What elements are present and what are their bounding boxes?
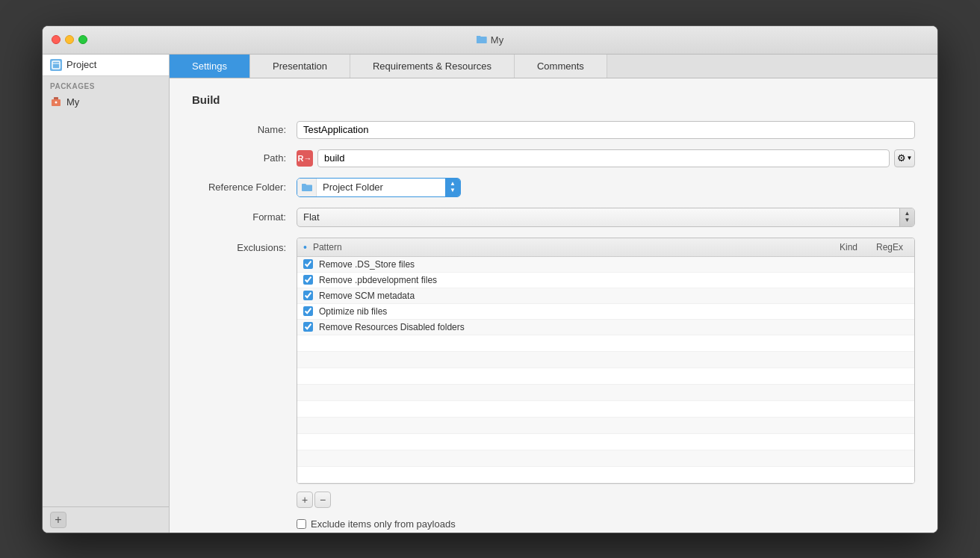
exclude-payloads-row: Exclude items only from payloads bbox=[297, 518, 915, 530]
folder-icon-box bbox=[297, 179, 317, 196]
package-name: My bbox=[66, 96, 79, 108]
main-window: My Project PACKAGES bbox=[42, 25, 938, 533]
format-arrow-up: ▲ bbox=[905, 211, 911, 217]
tab-comments[interactable]: Comments bbox=[515, 55, 607, 78]
arrow-up-icon: ▲ bbox=[450, 181, 456, 187]
maximize-button[interactable] bbox=[78, 35, 87, 44]
exclusions-table: • Pattern Kind RegEx Remove .DS_Store fi… bbox=[297, 238, 915, 484]
reference-folder-value: Project Folder bbox=[317, 182, 445, 193]
sidebar: Project PACKAGES My + bbox=[43, 55, 170, 533]
empty-row-1 bbox=[297, 335, 914, 352]
remove-exclusion-button[interactable]: − bbox=[314, 492, 331, 508]
empty-row-9 bbox=[297, 467, 914, 483]
path-row: Path: R→ ⚙ ▼ bbox=[192, 149, 915, 167]
exclusion-item-3: Optimize nib files bbox=[297, 304, 914, 320]
path-label: Path: bbox=[192, 152, 297, 164]
path-prefix-icon: R→ bbox=[297, 150, 313, 167]
format-label: Format: bbox=[192, 211, 297, 223]
tab-presentation[interactable]: Presentation bbox=[250, 55, 350, 78]
exclusion-text-4: Remove Resources Disabled folders bbox=[319, 322, 908, 332]
sidebar-bottom: + bbox=[43, 506, 169, 533]
exclusion-item-0: Remove .DS_Store files bbox=[297, 257, 914, 273]
package-icon bbox=[50, 96, 62, 108]
name-control bbox=[297, 121, 915, 139]
empty-row-4 bbox=[297, 385, 914, 401]
gear-icon: ⚙ bbox=[897, 152, 906, 164]
close-button[interactable] bbox=[52, 35, 61, 44]
exclusions-buttons: + − bbox=[297, 492, 915, 508]
format-arrows[interactable]: ▲ ▼ bbox=[899, 208, 914, 226]
exclusions-row: Exclusions: • Pattern Kind RegEx bbox=[192, 238, 915, 484]
name-input[interactable] bbox=[297, 121, 915, 139]
exclusion-text-1: Remove .pbdevelopment files bbox=[319, 275, 908, 285]
content-area: Build Name: Path: R→ bbox=[170, 78, 937, 533]
path-gear-button[interactable]: ⚙ ▼ bbox=[894, 149, 915, 167]
exclusion-checkbox-4[interactable] bbox=[303, 322, 313, 332]
format-control: Flat ▲ ▼ bbox=[297, 208, 915, 227]
sidebar-item-project[interactable]: Project bbox=[43, 55, 169, 76]
title-bar: My bbox=[43, 26, 937, 55]
svg-rect-0 bbox=[52, 61, 60, 69]
reference-folder-row: Reference Folder: Project Folder bbox=[192, 178, 915, 197]
project-icon bbox=[50, 59, 62, 71]
name-row: Name: bbox=[192, 121, 915, 139]
exclusions-control: • Pattern Kind RegEx Remove .DS_Store fi… bbox=[297, 238, 915, 484]
window-title: My bbox=[477, 34, 503, 46]
empty-row-8 bbox=[297, 450, 914, 467]
tab-requirements-resources[interactable]: Requirements & Resources bbox=[350, 55, 515, 78]
format-arrow-down: ▼ bbox=[905, 217, 911, 223]
empty-row-7 bbox=[297, 434, 914, 450]
reference-folder-select[interactable]: Project Folder ▲ ▼ bbox=[297, 178, 461, 197]
sidebar-item-my[interactable]: My bbox=[43, 93, 169, 111]
exclusions-col-kind: Kind bbox=[826, 242, 871, 252]
reference-folder-control: Project Folder ▲ ▼ bbox=[297, 178, 915, 197]
exclusion-checkbox-2[interactable] bbox=[303, 291, 313, 300]
packages-section-label: PACKAGES bbox=[43, 76, 169, 93]
traffic-lights bbox=[52, 35, 87, 44]
exclusions-header-add-icon: • bbox=[303, 241, 307, 253]
path-input[interactable] bbox=[317, 149, 890, 167]
exclude-payloads-label: Exclude items only from payloads bbox=[311, 518, 456, 530]
path-control: R→ ⚙ ▼ bbox=[297, 149, 915, 167]
exclusions-col-pattern: Pattern bbox=[313, 242, 826, 252]
main-content: Settings Presentation Requirements & Res… bbox=[170, 55, 937, 533]
exclusions-header: • Pattern Kind RegEx bbox=[297, 238, 914, 257]
sidebar-add-button[interactable]: + bbox=[50, 512, 66, 528]
empty-rows bbox=[297, 335, 914, 483]
project-label: Project bbox=[66, 59, 96, 70]
empty-row-5 bbox=[297, 401, 914, 418]
exclusion-text-2: Remove SCM metadata bbox=[319, 291, 908, 301]
add-exclusion-button[interactable]: + bbox=[297, 492, 313, 508]
exclusion-checkbox-3[interactable] bbox=[303, 306, 313, 316]
format-select[interactable]: Flat ▲ ▼ bbox=[297, 208, 915, 227]
tab-bar: Settings Presentation Requirements & Res… bbox=[170, 55, 937, 78]
title-folder-icon bbox=[477, 34, 487, 45]
exclusion-item-4: Remove Resources Disabled folders bbox=[297, 320, 914, 335]
gear-dropdown-arrow: ▼ bbox=[907, 155, 913, 161]
window-body: Project PACKAGES My + Settings Presentat… bbox=[43, 55, 937, 533]
exclusions-label: Exclusions: bbox=[192, 238, 297, 253]
format-row: Format: Flat ▲ ▼ bbox=[192, 208, 915, 227]
exclusions-col-regex: RegEx bbox=[871, 242, 908, 252]
exclusion-item-1: Remove .pbdevelopment files bbox=[297, 273, 914, 288]
exclusion-checkbox-0[interactable] bbox=[303, 259, 313, 269]
exclusion-checkbox-1[interactable] bbox=[303, 275, 313, 285]
section-title: Build bbox=[192, 93, 915, 106]
empty-row-6 bbox=[297, 418, 914, 434]
exclusion-text-0: Remove .DS_Store files bbox=[319, 259, 908, 270]
exclude-payloads-checkbox[interactable] bbox=[297, 519, 306, 529]
folder-icon bbox=[302, 183, 312, 192]
arrow-down-icon: ▼ bbox=[450, 187, 456, 193]
exclusion-item-2: Remove SCM metadata bbox=[297, 288, 914, 304]
empty-row-2 bbox=[297, 352, 914, 368]
svg-point-3 bbox=[55, 101, 58, 103]
format-value: Flat bbox=[297, 211, 899, 223]
reference-folder-label: Reference Folder: bbox=[192, 182, 297, 193]
minimize-button[interactable] bbox=[65, 35, 74, 44]
exclusion-text-3: Optimize nib files bbox=[319, 306, 908, 317]
reference-folder-arrows[interactable]: ▲ ▼ bbox=[445, 179, 460, 196]
empty-row-3 bbox=[297, 368, 914, 385]
tab-settings[interactable]: Settings bbox=[170, 55, 250, 78]
name-label: Name: bbox=[192, 124, 297, 135]
